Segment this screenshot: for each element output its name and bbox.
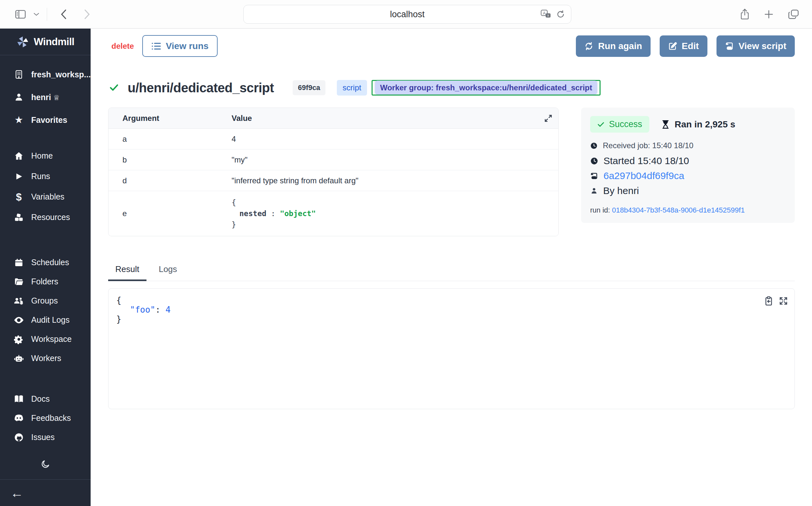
clock-icon	[590, 157, 598, 165]
sidebar-item-groups[interactable]: Groups	[0, 291, 91, 310]
svg-text:A: A	[543, 11, 546, 16]
nav-label: Resources	[31, 213, 70, 222]
moon-icon	[40, 459, 50, 469]
sidebar-item-variables[interactable]: $ Variables	[0, 186, 91, 207]
tab-overview-icon[interactable]	[788, 9, 799, 19]
sidebar-item-resources[interactable]: Resources	[0, 207, 91, 228]
tab-logs[interactable]: Logs	[152, 264, 184, 281]
browser-forward-icon[interactable]	[84, 9, 91, 20]
user-icon	[590, 187, 598, 195]
nav-label: Groups	[31, 296, 58, 306]
run-id-label: run id:	[590, 206, 610, 214]
play-icon	[13, 172, 25, 181]
expand-icon[interactable]	[778, 296, 789, 306]
hash-badge[interactable]: 69f9ca	[293, 80, 325, 95]
delete-button[interactable]: delete	[111, 41, 134, 51]
sidebar-item-schedules[interactable]: Schedules	[0, 253, 91, 272]
favorites-label: Favorites	[31, 115, 67, 125]
page-title: u/henri/dedicated_script	[128, 81, 274, 95]
run-id-link[interactable]: 018b4304-7b3f-548a-9006-d1e1452599f1	[612, 206, 745, 214]
job-status-panel: Success Ran in 2,925 s	[581, 107, 795, 223]
sidebar-item-home[interactable]: Home	[0, 146, 91, 166]
arg-object-value: { nested : "object" }	[231, 197, 316, 230]
dark-mode-toggle[interactable]	[0, 456, 91, 472]
nav-label: Home	[31, 151, 53, 161]
svg-text:x: x	[547, 14, 549, 17]
user-icon	[13, 93, 25, 102]
author-row: By henri	[590, 185, 786, 196]
arg-value: "my"	[231, 155, 247, 164]
arg-value: 4	[231, 135, 236, 144]
nav-label: Feedbacks	[31, 413, 71, 423]
nav-label: Schedules	[31, 258, 69, 267]
arguments-table-header: Argument Value	[108, 108, 558, 129]
result-tabs: Result Logs	[108, 264, 795, 281]
sidebar-item-workers[interactable]: Workers	[0, 349, 91, 368]
worker-group-badge[interactable]: Worker group: fresh_workspace:u/henri/de…	[372, 80, 601, 96]
nav-label: Runs	[31, 172, 50, 181]
sidebar-item-docs[interactable]: Docs	[0, 389, 91, 409]
reload-icon[interactable]	[556, 10, 565, 19]
browser-back-icon[interactable]	[60, 9, 67, 20]
address-bar[interactable]: localhost A x	[243, 5, 571, 24]
tab-result[interactable]: Result	[108, 264, 146, 281]
check-icon	[597, 121, 604, 128]
started-row: Started 15:40 18/10	[590, 155, 786, 166]
success-check-icon	[109, 84, 118, 92]
cubes-icon	[13, 213, 25, 222]
sidebar-item-feedbacks[interactable]: Feedbacks	[0, 409, 91, 428]
sidebar-item-issues[interactable]: Issues	[0, 428, 91, 447]
main-content: delete View runs	[91, 28, 812, 506]
book-icon	[13, 395, 25, 404]
duration-label: Ran in 2,925 s	[675, 119, 735, 130]
column-argument: Argument	[108, 114, 231, 123]
folder-icon	[13, 277, 25, 287]
script-type-badge[interactable]: script	[337, 80, 367, 96]
browser-chrome: localhost A x	[0, 0, 812, 28]
table-row: d "inferred type string from default arg…	[108, 170, 558, 191]
new-tab-icon[interactable]	[764, 9, 774, 19]
sidebar-item-folders[interactable]: Folders	[0, 272, 91, 291]
json-brace-close: }	[116, 315, 787, 324]
sidebar-collapse[interactable]: ←	[0, 479, 91, 506]
sidebar-item-runs[interactable]: Runs	[0, 166, 91, 186]
arg-name: d	[108, 176, 231, 185]
json-value: 4	[166, 305, 171, 315]
result-viewer: { "foo": 4 }	[108, 288, 795, 409]
job-title-row: u/henri/dedicated_script 69f9ca script W…	[108, 76, 795, 99]
robot-icon	[13, 354, 25, 363]
sidebar-item-workspace-switcher[interactable]: fresh_worksp...	[0, 63, 91, 86]
sidebar-item-favorites[interactable]: ★ Favorites	[0, 108, 91, 131]
nav-label: Workers	[31, 354, 62, 363]
sidebar-item-user[interactable]: henri ♕	[0, 86, 91, 108]
edit-pencil-icon	[668, 41, 677, 51]
share-icon[interactable]	[740, 8, 750, 20]
json-colon: :	[155, 305, 161, 315]
sidebar-item-workspace-settings[interactable]: Workspace	[0, 330, 91, 349]
home-icon	[13, 151, 25, 161]
browser-sidebar-chevron-icon[interactable]	[33, 12, 39, 16]
windmill-pinwheel-icon	[16, 35, 29, 49]
script-scroll-icon	[590, 172, 598, 180]
eye-icon	[13, 316, 25, 324]
table-expand-icon[interactable]	[543, 113, 553, 123]
view-script-button[interactable]: View script	[716, 35, 795, 57]
translate-icon[interactable]: A x	[540, 9, 551, 19]
edit-button[interactable]: Edit	[660, 35, 707, 57]
arg-name: a	[108, 135, 231, 144]
run-again-button[interactable]: Run again	[576, 35, 650, 57]
address-bar-url: localhost	[390, 9, 425, 19]
github-icon	[13, 433, 25, 442]
dollar-icon: $	[13, 192, 25, 202]
sidebar-item-audit-logs[interactable]: Audit Logs	[0, 310, 91, 330]
copy-to-clipboard-icon[interactable]	[763, 296, 774, 306]
windmill-logo[interactable]: Windmill	[0, 28, 91, 55]
job-hash-link[interactable]: 6a297b04df69f9ca	[603, 170, 684, 181]
script-scroll-icon	[725, 41, 734, 51]
view-runs-button[interactable]: View runs	[142, 35, 218, 57]
windmill-logo-label: Windmill	[34, 36, 74, 48]
object-brace-close: }	[231, 219, 316, 230]
hourglass-icon	[662, 120, 670, 129]
nav-label: Workspace	[31, 334, 72, 344]
browser-sidebar-toggle-icon[interactable]	[15, 10, 26, 19]
